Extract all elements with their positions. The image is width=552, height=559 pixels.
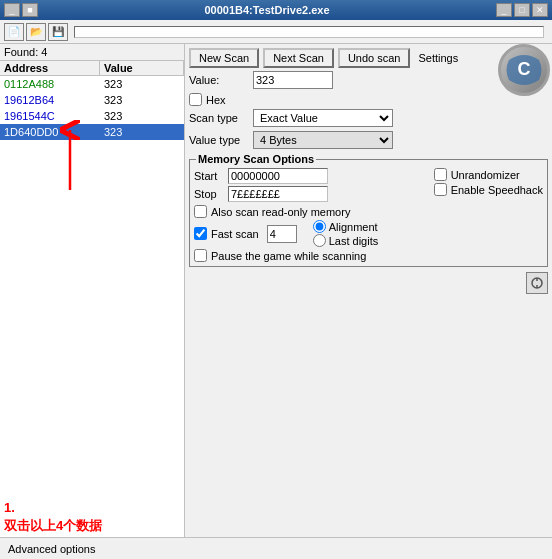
fastscan-checkbox[interactable] xyxy=(194,227,207,240)
list-item[interactable]: 0112A488 323 xyxy=(0,76,184,92)
value-cell: 323 xyxy=(100,78,184,90)
address-column-header: Address xyxy=(0,61,100,75)
minimize-button[interactable]: _ xyxy=(496,3,512,17)
scan-type-label: Scan type xyxy=(189,112,249,124)
speedhack-checkbox[interactable] xyxy=(434,183,447,196)
left-panel: Found: 4 Address Value 0112A488 323 1961… xyxy=(0,44,185,537)
new-scan-button[interactable]: New Scan xyxy=(189,48,259,68)
pausegame-checkbox[interactable] xyxy=(194,249,207,262)
scan-options-group: Memory Scan Options Start Stop xyxy=(189,159,548,267)
logo: C xyxy=(498,44,550,96)
lastdigits-label: Last digits xyxy=(329,235,379,247)
unrandomizer-label: Unrandomizer xyxy=(451,169,520,181)
scan-buttons-row: New Scan Next Scan Undo scan Settings xyxy=(189,48,548,68)
lastdigits-radio[interactable] xyxy=(313,234,326,247)
up-arrow-annotation xyxy=(30,120,110,200)
readonly-row: Also scan read-only memory xyxy=(194,205,543,218)
undo-scan-button[interactable]: Undo scan xyxy=(338,48,411,68)
title-bar: _ ■ 00001B4:TestDrive2.exe _ □ ✕ xyxy=(0,0,552,20)
scan-options-title: Memory Scan Options xyxy=(196,153,316,165)
value-type-select[interactable]: 4 Bytes xyxy=(253,131,393,149)
start-row: Start xyxy=(194,168,426,184)
maximize-button[interactable]: □ xyxy=(514,3,530,17)
unrandomizer-checkbox[interactable] xyxy=(434,168,447,181)
speedhack-label: Enable Speedhack xyxy=(451,184,543,196)
toolbar-new-btn[interactable]: 📄 xyxy=(4,23,24,41)
hex-checkbox-row: Hex xyxy=(189,93,548,106)
value-cell: 323 xyxy=(100,94,184,106)
value-cell: 323 xyxy=(100,126,184,138)
advanced-options-button[interactable]: Advanced options xyxy=(4,543,99,555)
address-cell: 0112A488 xyxy=(0,78,100,90)
start-label: Start xyxy=(194,170,224,182)
scan-type-row: Scan type Exact Value xyxy=(189,109,548,127)
right-panel: C New Scan Next Scan Undo scan Settings … xyxy=(185,44,552,537)
main-area: Found: 4 Address Value 0112A488 323 1961… xyxy=(0,44,552,537)
right-checkboxes: Unrandomizer Enable Speedhack xyxy=(434,168,543,202)
fastscan-value-input[interactable] xyxy=(267,225,297,243)
value-column-header: Value xyxy=(100,61,184,75)
next-scan-button[interactable]: Next Scan xyxy=(263,48,334,68)
list-item[interactable]: 19612B64 323 xyxy=(0,92,184,108)
scan-type-select[interactable]: Exact Value xyxy=(253,109,393,127)
address-cell: 19612B64 xyxy=(0,94,100,106)
fast-scan-row: Fast scan Alignment Last digits xyxy=(194,220,543,247)
found-label: Found: 4 xyxy=(0,44,184,61)
value-label: Value: xyxy=(189,74,249,86)
alignment-label: Alignment xyxy=(329,221,378,233)
status-bar: Advanced options xyxy=(0,537,552,559)
fastscan-checkbox-row: Fast scan xyxy=(194,227,259,240)
value-type-row: Value type 4 Bytes xyxy=(189,131,548,149)
window-title: 00001B4:TestDrive2.exe xyxy=(38,4,496,16)
readonly-label: Also scan read-only memory xyxy=(211,206,350,218)
value-type-label: Value type xyxy=(189,134,249,146)
stop-input[interactable] xyxy=(228,186,328,202)
alignment-options: Alignment Last digits xyxy=(313,220,379,247)
stop-label: Stop xyxy=(194,188,224,200)
value-cell: 323 xyxy=(100,110,184,122)
alignment-radio-row: Alignment xyxy=(313,220,379,233)
toolbar-open-btn[interactable]: 📂 xyxy=(26,23,46,41)
title-icon-btn: ■ xyxy=(22,3,38,17)
main-toolbar: 📄 📂 💾 xyxy=(0,20,552,44)
pausegame-row: Pause the game while scanning xyxy=(194,249,543,262)
speedhack-row: Enable Speedhack xyxy=(434,183,543,196)
settings-label[interactable]: Settings xyxy=(418,52,458,64)
stop-row: Stop xyxy=(194,186,426,202)
address-list[interactable]: 0112A488 323 19612B64 323 1961544C 323 1… xyxy=(0,76,184,497)
readonly-checkbox[interactable] xyxy=(194,205,207,218)
icon-btn-row xyxy=(189,272,548,294)
list-header: Address Value xyxy=(0,61,184,76)
toolbar-save-btn[interactable]: 💾 xyxy=(48,23,68,41)
hex-label: Hex xyxy=(206,94,226,106)
start-input[interactable] xyxy=(228,168,328,184)
pausegame-label: Pause the game while scanning xyxy=(211,250,366,262)
step-annotation: 1. 双击以上4个数据 xyxy=(0,497,184,537)
value-input[interactable] xyxy=(253,71,333,89)
lastdigits-radio-row: Last digits xyxy=(313,234,379,247)
hex-checkbox[interactable] xyxy=(189,93,202,106)
unrandomizer-row: Unrandomizer xyxy=(434,168,543,181)
value-row: Value: xyxy=(189,71,548,89)
svg-text:C: C xyxy=(518,59,531,79)
fastscan-label: Fast scan xyxy=(211,228,259,240)
close-button[interactable]: ✕ xyxy=(532,3,548,17)
settings-icon-button[interactable] xyxy=(526,272,548,294)
title-minimize-btn[interactable]: _ xyxy=(4,3,20,17)
alignment-radio[interactable] xyxy=(313,220,326,233)
